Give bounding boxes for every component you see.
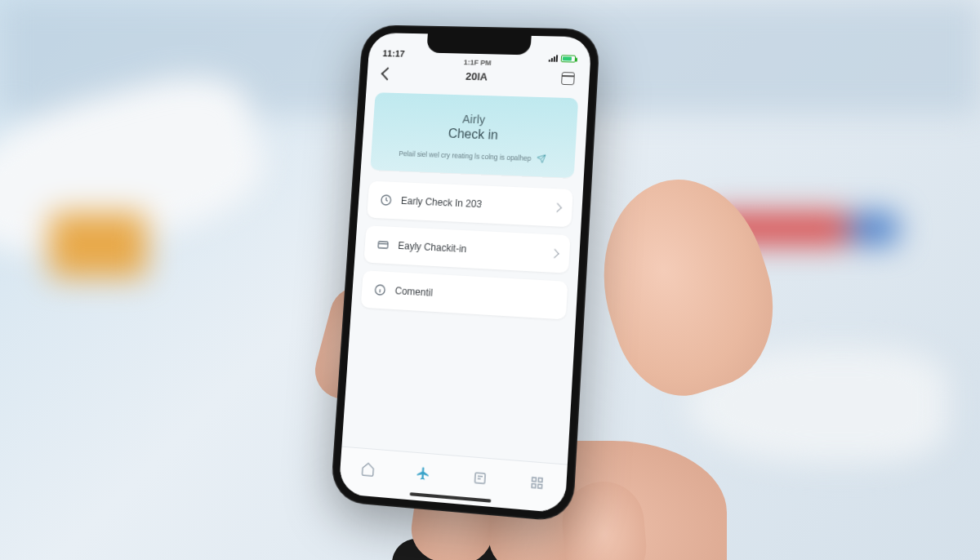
status-time: 11:17	[382, 48, 405, 58]
list-item-label: Comentil	[394, 285, 555, 305]
list-item[interactable]: Comentil	[361, 270, 568, 319]
phone-screen: 11:17 1:1F PM 20lA Airly Check in Pelail…	[338, 33, 591, 513]
svg-rect-4	[532, 478, 537, 482]
svg-rect-6	[532, 484, 536, 488]
svg-rect-5	[538, 478, 542, 482]
grid-icon	[529, 475, 545, 491]
phone-device: 11:17 1:1F PM 20lA Airly Check in Pelail…	[330, 24, 600, 522]
plane-icon	[416, 465, 431, 482]
chevron-right-icon	[553, 203, 562, 212]
list-item[interactable]: Eayly Chackit-in	[363, 225, 570, 273]
send-icon	[536, 153, 546, 163]
battery-icon	[561, 55, 577, 62]
calendar-icon	[561, 72, 575, 85]
signal-icon	[549, 55, 558, 62]
list-item[interactable]: Early Check In 203	[367, 181, 573, 228]
calendar-button[interactable]	[558, 69, 578, 88]
hero-subtitle: Pelail siel wel cry reating ls colng is …	[399, 149, 532, 162]
tab-boarding[interactable]	[472, 470, 488, 489]
tab-bar	[338, 447, 567, 513]
clock-icon	[379, 193, 394, 207]
chevron-left-icon	[381, 67, 394, 80]
status-time-center: 1:1F PM	[464, 58, 492, 67]
tab-trips[interactable]	[416, 465, 431, 484]
ticket-icon	[376, 238, 391, 253]
svg-rect-7	[538, 484, 542, 488]
tab-more[interactable]	[529, 475, 546, 494]
page-title: 20lA	[466, 70, 488, 82]
tab-home[interactable]	[360, 461, 376, 480]
home-icon	[360, 461, 376, 478]
boarding-pass-icon	[472, 470, 488, 487]
chevron-right-icon	[550, 249, 559, 258]
hero-banner: Airly Check in Pelail siel wel cry reati…	[370, 92, 578, 178]
list-item-label: Early Check In 203	[401, 195, 546, 213]
back-button[interactable]	[377, 64, 397, 84]
phone-notch	[426, 33, 531, 55]
info-icon	[372, 282, 388, 298]
list-item-label: Eayly Chackit-in	[398, 240, 543, 259]
options-list: Early Check In 203 Eayly Chackit-in Come…	[351, 177, 583, 323]
svg-rect-1	[378, 242, 388, 248]
